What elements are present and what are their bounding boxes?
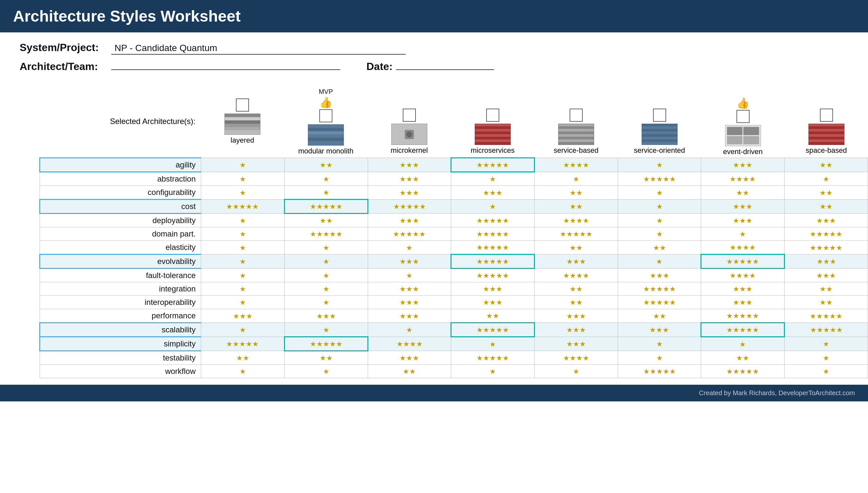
checkbox-layered[interactable]: [236, 99, 249, 111]
row-label: workflow: [40, 365, 201, 378]
data-cell: ★: [534, 365, 618, 378]
data-cell: ★★★★★: [451, 323, 535, 337]
footer-credit: Created by Mark Richards, DeveloperToArc…: [699, 389, 855, 396]
row-label: configurability: [40, 186, 201, 199]
icon-event-driven: [725, 125, 761, 146]
data-cell: ★★★★★: [201, 337, 285, 351]
data-cell: ★★★: [201, 309, 285, 323]
arch-col-microservices: microservices: [451, 85, 534, 157]
date-value: [396, 69, 494, 70]
data-cell: ★★: [701, 351, 785, 365]
checkbox-modular[interactable]: [319, 109, 332, 122]
arch-col-layered: layered: [200, 85, 284, 157]
arch-col-space-based: space-based: [785, 85, 868, 157]
data-cell: ★★: [618, 309, 701, 323]
data-cell: ★★★★★: [284, 337, 368, 351]
row-label: interoperability: [40, 296, 201, 309]
data-cell: ★★★★★: [451, 214, 535, 227]
architect-value: [111, 69, 340, 70]
data-cell: ★: [284, 186, 368, 199]
system-value: NP - Candidate Quantum: [111, 43, 406, 55]
checkbox-event-driven[interactable]: [736, 110, 750, 123]
data-cell: ★: [201, 296, 285, 309]
checkbox-service-oriented[interactable]: [653, 109, 666, 122]
row-label: deployability: [40, 214, 201, 227]
checkbox-service-based[interactable]: [570, 109, 583, 122]
data-cell: ★★: [785, 186, 868, 199]
data-cell: ★: [618, 186, 701, 199]
data-cell: ★★★: [368, 296, 451, 309]
data-cell: ★: [201, 255, 285, 269]
data-cell: ★: [284, 365, 368, 378]
data-cell: ★★★★★: [785, 323, 868, 337]
data-cell: ★★★★★: [368, 199, 451, 214]
data-cell: ★: [368, 269, 451, 282]
icon-space-based: [808, 124, 844, 145]
icon-layered: [224, 113, 260, 135]
checkbox-microkernel[interactable]: [403, 109, 416, 122]
data-cell: ★: [785, 337, 868, 351]
data-cell: ★: [284, 323, 368, 337]
table-row: configurability★★★★★★★★★★★★★★★: [40, 186, 868, 199]
page-wrapper: Architecture Styles Worksheet System/Pro…: [0, 0, 868, 401]
data-cell: ★: [618, 199, 701, 214]
data-cell: ★★★★★: [451, 351, 535, 365]
data-cell: ★★★★★: [701, 323, 785, 337]
checkbox-microservices[interactable]: [486, 109, 499, 122]
data-cell: ★: [451, 365, 535, 378]
data-cell: ★: [785, 351, 868, 365]
meta-section: System/Project: NP - Candidate Quantum A…: [0, 33, 868, 82]
table-row: testability★★★★★★★★★★★★★★★★★★★★: [40, 351, 868, 365]
table-row: domain part.★★★★★★★★★★★★★★★★★★★★★★★★★★★★: [40, 227, 868, 241]
data-cell: ★★★: [785, 255, 868, 269]
data-cell: ★★★★★: [451, 158, 535, 172]
data-cell: ★: [201, 241, 285, 255]
data-cell: ★: [701, 337, 785, 351]
data-cell: ★★★★★: [701, 365, 785, 378]
data-cell: ★★★★★: [618, 282, 701, 296]
data-cell: ★: [201, 158, 285, 172]
arch-col-service-based: service-based: [534, 85, 618, 157]
data-cell: ★: [201, 214, 285, 227]
data-cell: ★★★: [701, 282, 785, 296]
arch-col-modular: MVP 👍 modular monolith: [284, 85, 367, 157]
data-cell: ★★★★★: [701, 309, 785, 323]
data-cell: ★★★★★: [451, 241, 535, 255]
data-cell: ★★★: [451, 296, 535, 309]
table-row: performance★★★★★★★★★★★★★★★★★★★★★★★★★★: [40, 309, 868, 323]
data-cell: ★★★★★: [451, 227, 535, 241]
data-cell: ★★★★★: [451, 255, 535, 269]
data-cell: ★★: [785, 158, 868, 172]
data-cell: ★★★★★: [368, 227, 451, 241]
row-label: evolvability: [40, 255, 201, 269]
page-header: Architecture Styles Worksheet: [0, 0, 868, 33]
data-cell: ★★★★★: [451, 269, 535, 282]
data-cell: ★★★: [534, 309, 618, 323]
arch-name-microkernel: microkernel: [391, 146, 428, 155]
data-cell: ★★★: [368, 172, 451, 186]
data-cell: ★★★: [368, 214, 451, 227]
row-label: cost: [40, 199, 201, 214]
row-label: domain part.: [40, 227, 201, 241]
data-cell: ★★: [284, 158, 368, 172]
data-cell: ★★: [618, 241, 701, 255]
data-cell: ★★: [534, 199, 618, 214]
arch-name-event-driven: event-driven: [723, 148, 763, 156]
data-table: agility★★★★★★★★★★★★★★★★★★★★★abstraction★…: [39, 157, 868, 378]
data-cell: ★★: [368, 365, 451, 378]
table-row: integration★★★★★★★★★★★★★★★★★★★★: [40, 282, 868, 296]
data-cell: ★★: [534, 296, 618, 309]
data-cell: ★: [201, 172, 285, 186]
data-cell: ★★★: [368, 351, 451, 365]
data-cell: ★★: [534, 282, 618, 296]
data-cell: ★★: [534, 241, 618, 255]
icon-microkernel: [391, 124, 427, 145]
arch-col-service-oriented: service-oriented: [618, 85, 701, 157]
data-cell: ★★: [201, 351, 285, 365]
data-cell: ★★: [534, 186, 618, 199]
mvp-label: MVP: [319, 88, 333, 95]
data-cell: ★★★: [701, 199, 785, 214]
thumbs-event-driven: 👍: [736, 97, 750, 109]
checkbox-space-based[interactable]: [820, 109, 833, 122]
table-row: fault-tolerance★★★★★★★★★★★★★★★★★★★★★★: [40, 269, 868, 282]
